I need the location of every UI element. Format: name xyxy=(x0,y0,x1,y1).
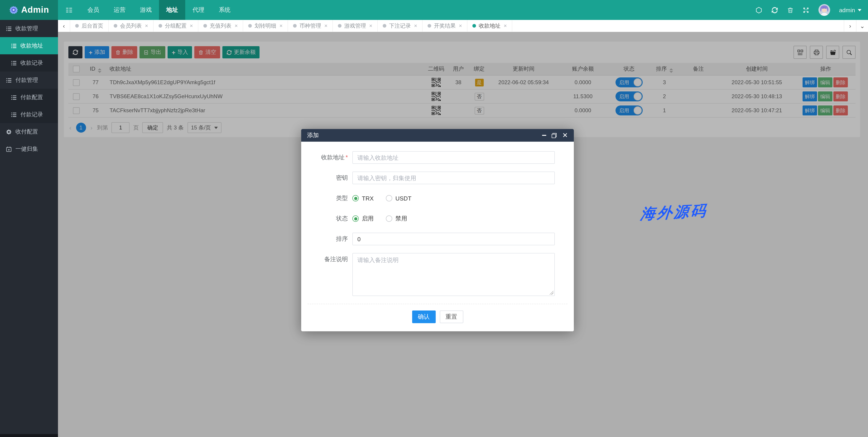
brand-title: Admin xyxy=(21,5,49,15)
reset-button[interactable]: 重置 xyxy=(439,310,463,323)
maximize-icon[interactable] xyxy=(552,133,557,138)
remark-textarea[interactable] xyxy=(352,253,555,296)
menu-item-member[interactable]: 会员 xyxy=(80,0,106,20)
sidebar-item-payment-mgmt[interactable]: 付款管理 xyxy=(0,71,58,89)
list-icon xyxy=(11,111,17,117)
sidebar-item-payment-config[interactable]: 付款配置 xyxy=(0,89,58,106)
field-label-status: 状态 xyxy=(301,212,352,225)
field-label-type: 类型 xyxy=(301,192,352,205)
tab-bet-records[interactable]: 下注记录× xyxy=(378,20,423,32)
minimize-icon[interactable] xyxy=(542,135,547,136)
gear-logo-icon xyxy=(9,5,18,14)
field-label-remark: 备注说明 xyxy=(301,253,352,266)
fullscreen-icon[interactable] xyxy=(802,6,809,13)
sidebar-item-collection-records[interactable]: 收款记录 xyxy=(0,54,58,71)
close-icon[interactable]: × xyxy=(369,23,372,29)
tab-label: 后台首页 xyxy=(82,22,103,30)
close-icon[interactable]: × xyxy=(414,23,417,29)
menu-item-operation[interactable]: 运营 xyxy=(106,0,133,20)
tab-member-list[interactable]: 会员列表× xyxy=(109,20,154,32)
close-icon[interactable]: × xyxy=(279,23,283,29)
tab-recharge-list[interactable]: 充值列表× xyxy=(198,20,243,32)
menu-item-address[interactable]: 地址 xyxy=(159,0,185,20)
hamburger-icon xyxy=(66,6,72,13)
user-avatar[interactable] xyxy=(818,4,830,16)
tabs-scroll-left-button[interactable]: ‹ xyxy=(58,20,70,32)
close-icon[interactable]: ✕ xyxy=(562,132,568,139)
sidebar-item-collection-mgmt[interactable]: 收款管理 xyxy=(0,20,58,37)
sidebar: 收款管理 收款地址 收款记录 付款管理 付款配置 付款记录 xyxy=(0,20,58,437)
dialog-titlebar[interactable]: 添加 ✕ xyxy=(301,129,574,142)
gear-icon xyxy=(6,129,12,135)
type-radio-group: TRX USDT xyxy=(352,192,411,205)
radio-enable[interactable]: 启用 xyxy=(352,214,374,223)
tab-dot-icon xyxy=(293,24,297,28)
sidebar-item-one-key-collect[interactable]: 一健归集 xyxy=(0,140,58,158)
secret-key-input[interactable] xyxy=(352,172,555,184)
watermark-text: 海外源码 xyxy=(640,201,708,225)
tabs-dropdown-button[interactable]: ⌄ xyxy=(856,20,868,32)
tab-dot-icon xyxy=(383,24,386,28)
list-icon xyxy=(11,94,17,100)
sidebar-item-payin-payout-config[interactable]: 收付配置 xyxy=(0,123,58,140)
admin-app: Admin 会员 运营 游戏 地址 代理 系统 xyxy=(0,0,868,437)
tab-bar: ‹ 后台首页 会员列表× 分组配置× 充值列表× 划转明细× 币种管理× 游戏管… xyxy=(58,20,868,32)
add-dialog: 添加 ✕ 收款地址* 密钥 xyxy=(301,129,574,331)
address-input[interactable] xyxy=(352,151,555,164)
radio-usdt[interactable]: USDT xyxy=(386,195,411,202)
tab-dot-icon xyxy=(248,24,252,28)
tabs-scroll-right-button[interactable]: › xyxy=(844,20,856,32)
tab-dot-icon xyxy=(472,24,476,28)
close-icon[interactable]: × xyxy=(324,23,328,29)
tab-transfer-detail[interactable]: 划转明细× xyxy=(243,20,288,32)
tab-dashboard[interactable]: 后台首页 xyxy=(70,20,109,32)
required-asterisk: * xyxy=(346,154,348,161)
tab-label: 充值列表 xyxy=(210,22,231,30)
main-area: ‹ 后台首页 会员列表× 分组配置× 充值列表× 划转明细× 币种管理× 游戏管… xyxy=(58,20,868,437)
calendar-plus-icon xyxy=(6,146,12,152)
tab-group-config[interactable]: 分组配置× xyxy=(154,20,198,32)
status-radio-group: 启用 禁用 xyxy=(352,212,407,225)
radio-unselected-icon xyxy=(386,195,392,201)
navbar-actions: admin xyxy=(755,0,868,20)
tab-currency-mgmt[interactable]: 币种管理× xyxy=(288,20,333,32)
tab-lottery-results[interactable]: 开奖结果× xyxy=(423,20,467,32)
sidebar-item-label: 一健归集 xyxy=(16,145,38,153)
list-icon xyxy=(11,43,17,49)
tab-dot-icon xyxy=(158,24,162,28)
tab-game-mgmt[interactable]: 游戏管理× xyxy=(333,20,378,32)
sidebar-collapse-button[interactable] xyxy=(58,0,80,20)
sidebar-item-payment-records[interactable]: 付款记录 xyxy=(0,106,58,123)
menu-item-system[interactable]: 系统 xyxy=(212,0,238,20)
sidebar-item-label: 收款地址 xyxy=(20,42,43,49)
list-icon xyxy=(6,26,12,31)
close-icon[interactable]: × xyxy=(504,23,507,29)
dialog-controls: ✕ xyxy=(542,132,568,139)
menu-item-game[interactable]: 游戏 xyxy=(133,0,159,20)
menu-item-agent[interactable]: 代理 xyxy=(185,0,212,20)
radio-unselected-icon xyxy=(386,215,392,222)
top-menu: 会员 运营 游戏 地址 代理 系统 xyxy=(80,0,238,20)
tab-dot-icon xyxy=(204,24,207,28)
close-icon[interactable]: × xyxy=(235,23,238,29)
trash-icon[interactable] xyxy=(787,6,793,13)
close-icon[interactable]: × xyxy=(459,23,462,29)
close-icon[interactable]: × xyxy=(145,23,148,29)
confirm-button[interactable]: 确认 xyxy=(412,310,435,323)
username: admin xyxy=(839,6,855,13)
refresh-icon[interactable] xyxy=(771,6,778,13)
sidebar-item-label: 收付配置 xyxy=(16,128,38,136)
tab-collection-address[interactable]: 收款地址× xyxy=(467,20,512,32)
close-icon[interactable]: × xyxy=(190,23,193,29)
user-menu[interactable]: admin xyxy=(839,6,862,13)
tab-dot-icon xyxy=(114,24,117,28)
sidebar-item-label: 收款记录 xyxy=(20,59,43,67)
sort-input[interactable] xyxy=(352,233,555,245)
content-area: +添加 删除 导出 +导入 清空 更新余 xyxy=(58,32,868,437)
radio-disable[interactable]: 禁用 xyxy=(386,214,407,223)
radio-trx[interactable]: TRX xyxy=(352,195,374,202)
sidebar-item-collection-address[interactable]: 收款地址 xyxy=(0,37,58,54)
brand-logo[interactable]: Admin xyxy=(0,0,58,20)
hexagon-icon[interactable] xyxy=(755,6,762,13)
radio-selected-icon xyxy=(352,215,359,222)
